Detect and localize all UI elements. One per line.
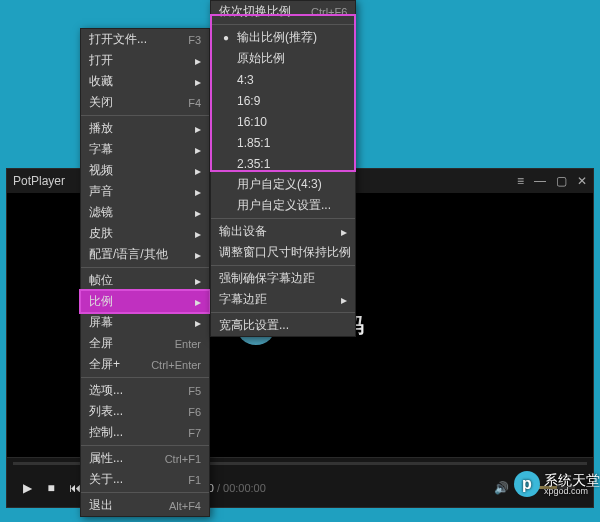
menu-item[interactable]: 字幕▸ bbox=[81, 139, 209, 160]
menu-item-label: 打开 bbox=[89, 52, 175, 69]
menu-item[interactable]: 4:3 bbox=[211, 69, 355, 90]
menu-item-label: 播放 bbox=[89, 120, 175, 137]
submenu-arrow-icon: ▸ bbox=[195, 295, 201, 309]
menu-item[interactable]: 2.35:1 bbox=[211, 153, 355, 174]
menu-item-shortcut: F6 bbox=[188, 406, 201, 418]
menu-item[interactable]: 控制...F7 bbox=[81, 422, 209, 443]
menu-item[interactable]: 声音▸ bbox=[81, 181, 209, 202]
menu-item-shortcut: Ctrl+F6 bbox=[311, 6, 347, 18]
menu-item[interactable]: 强制确保字幕边距 bbox=[211, 268, 355, 289]
menu-item-label: 打开文件... bbox=[89, 31, 168, 48]
menu-item[interactable]: 1.85:1 bbox=[211, 132, 355, 153]
submenu-arrow-icon: ▸ bbox=[195, 185, 201, 199]
stop-button[interactable]: ■ bbox=[39, 476, 63, 500]
menu-item-shortcut: F4 bbox=[188, 97, 201, 109]
menu-item[interactable]: 滤镜▸ bbox=[81, 202, 209, 223]
settings-icon[interactable]: ≡ bbox=[517, 174, 524, 188]
context-menu-main: 打开文件...F3打开▸收藏▸关闭F4播放▸字幕▸视频▸声音▸滤镜▸皮肤▸配置/… bbox=[80, 28, 210, 517]
menu-item[interactable]: 选项...F5 bbox=[81, 380, 209, 401]
menu-item[interactable]: 打开文件...F3 bbox=[81, 29, 209, 50]
menu-item[interactable]: 收藏▸ bbox=[81, 71, 209, 92]
menu-item-label: 用户自定义设置... bbox=[237, 197, 347, 214]
menu-item-label: 比例 bbox=[89, 293, 175, 310]
menu-item[interactable]: 关闭F4 bbox=[81, 92, 209, 113]
submenu-arrow-icon: ▸ bbox=[195, 274, 201, 288]
watermark: p 系统天堂 xpgod.com bbox=[514, 471, 600, 497]
menu-item[interactable]: 播放▸ bbox=[81, 118, 209, 139]
menu-item[interactable]: 用户自定义(4:3) bbox=[211, 174, 355, 195]
menu-item-shortcut: F3 bbox=[188, 34, 201, 46]
menu-item[interactable]: 输出设备▸ bbox=[211, 221, 355, 242]
menu-item-shortcut: Alt+F4 bbox=[169, 500, 201, 512]
menu-item-shortcut: F5 bbox=[188, 385, 201, 397]
submenu-arrow-icon: ▸ bbox=[195, 54, 201, 68]
close-icon[interactable]: ✕ bbox=[577, 174, 587, 188]
menu-item[interactable]: 宽高比设置... bbox=[211, 315, 355, 336]
menu-item[interactable]: 属性...Ctrl+F1 bbox=[81, 448, 209, 469]
menu-item[interactable]: 列表...F6 bbox=[81, 401, 209, 422]
watermark-text: 系统天堂 xpgod.com bbox=[544, 473, 600, 496]
menu-item-label: 字幕边距 bbox=[219, 291, 321, 308]
menu-item[interactable]: 打开▸ bbox=[81, 50, 209, 71]
menu-item-label: 控制... bbox=[89, 424, 168, 441]
menu-item-label: 全屏+ bbox=[89, 356, 131, 373]
menu-item-label: 依次切换比例 bbox=[219, 3, 291, 20]
context-menu-ratio: 依次切换比例Ctrl+F6●输出比例(推荐)原始比例4:316:916:101.… bbox=[210, 0, 356, 337]
menu-item-label: 全屏 bbox=[89, 335, 155, 352]
menu-item-label: 退出 bbox=[89, 497, 149, 514]
menu-item-label: 原始比例 bbox=[237, 50, 347, 67]
submenu-arrow-icon: ▸ bbox=[341, 293, 347, 307]
menu-item[interactable]: 退出Alt+F4 bbox=[81, 495, 209, 516]
submenu-arrow-icon: ▸ bbox=[195, 206, 201, 220]
menu-item-shortcut: F1 bbox=[188, 474, 201, 486]
submenu-arrow-icon: ▸ bbox=[195, 122, 201, 136]
volume-icon[interactable]: 🔊 bbox=[494, 481, 509, 495]
menu-item[interactable]: 关于...F1 bbox=[81, 469, 209, 490]
menu-item[interactable]: 字幕边距▸ bbox=[211, 289, 355, 310]
submenu-arrow-icon: ▸ bbox=[195, 248, 201, 262]
menu-item[interactable]: 全屏+Ctrl+Enter bbox=[81, 354, 209, 375]
play-button[interactable]: ▶ bbox=[15, 476, 39, 500]
menu-item[interactable]: 16:10 bbox=[211, 111, 355, 132]
menu-item-label: 1.85:1 bbox=[237, 136, 347, 150]
menu-item-label: 声音 bbox=[89, 183, 175, 200]
menu-item[interactable]: 帧位▸ bbox=[81, 270, 209, 291]
minimize-icon[interactable]: — bbox=[534, 174, 546, 188]
menu-item-label: 用户自定义(4:3) bbox=[237, 176, 347, 193]
radio-icon: ● bbox=[219, 32, 233, 43]
menu-separator bbox=[211, 218, 355, 219]
menu-item-label: 屏幕 bbox=[89, 314, 175, 331]
menu-item-label: 帧位 bbox=[89, 272, 175, 289]
menu-item[interactable]: 全屏Enter bbox=[81, 333, 209, 354]
menu-item[interactable]: 原始比例 bbox=[211, 48, 355, 69]
menu-item[interactable]: 比例▸ bbox=[81, 291, 209, 312]
menu-separator bbox=[81, 115, 209, 116]
menu-item[interactable]: 16:9 bbox=[211, 90, 355, 111]
menu-item[interactable]: 视频▸ bbox=[81, 160, 209, 181]
menu-item-label: 2.35:1 bbox=[237, 157, 347, 171]
time-duration: 00:00:00 bbox=[223, 482, 266, 494]
watermark-badge: p bbox=[514, 471, 540, 497]
menu-item[interactable]: 依次切换比例Ctrl+F6 bbox=[211, 1, 355, 22]
menu-separator bbox=[81, 377, 209, 378]
watermark-brand: 系统天堂 bbox=[544, 473, 600, 487]
menu-item[interactable]: 屏幕▸ bbox=[81, 312, 209, 333]
menu-item[interactable]: 用户自定义设置... bbox=[211, 195, 355, 216]
menu-item-label: 属性... bbox=[89, 450, 145, 467]
menu-separator bbox=[211, 312, 355, 313]
submenu-arrow-icon: ▸ bbox=[195, 227, 201, 241]
menu-item-label: 字幕 bbox=[89, 141, 175, 158]
menu-item-label: 视频 bbox=[89, 162, 175, 179]
submenu-arrow-icon: ▸ bbox=[195, 143, 201, 157]
menu-item[interactable]: 配置/语言/其他▸ bbox=[81, 244, 209, 265]
maximize-icon[interactable]: ▢ bbox=[556, 174, 567, 188]
menu-item[interactable]: 调整窗口尺寸时保持比例 bbox=[211, 242, 355, 263]
submenu-arrow-icon: ▸ bbox=[195, 164, 201, 178]
menu-item-label: 列表... bbox=[89, 403, 168, 420]
menu-separator bbox=[81, 445, 209, 446]
menu-separator bbox=[211, 265, 355, 266]
window-controls: ≡ — ▢ ✕ bbox=[517, 174, 587, 188]
submenu-arrow-icon: ▸ bbox=[195, 75, 201, 89]
menu-item[interactable]: 皮肤▸ bbox=[81, 223, 209, 244]
menu-item[interactable]: ●输出比例(推荐) bbox=[211, 27, 355, 48]
